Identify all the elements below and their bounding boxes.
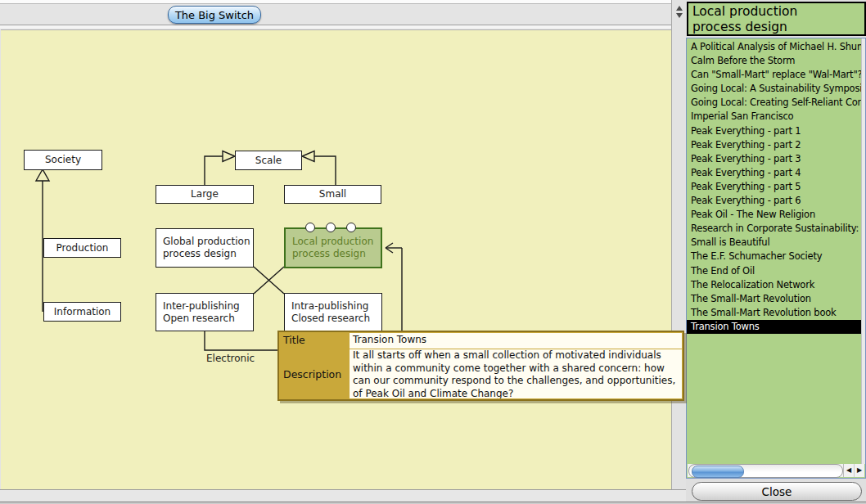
node-inter-publishing[interactable]: Inter-publishing Open research <box>156 293 254 331</box>
scroll-down-icon[interactable] <box>676 13 683 18</box>
list-item[interactable]: Research in Corporate Sustainability: <box>687 222 862 236</box>
node-production[interactable]: Production <box>43 238 121 258</box>
list-item[interactable]: Going Local: A Sustainability Symposiu <box>687 82 862 96</box>
node-label: Information <box>54 306 111 318</box>
sidebar-panel: Local production process design A Politi… <box>686 0 866 504</box>
list-item[interactable]: Peak Everything - part 5 <box>687 180 862 194</box>
toolbar-band <box>0 4 686 25</box>
tab-label: The Big Switch <box>175 9 254 21</box>
tooltip-title-value: Transion Towns <box>350 333 682 349</box>
node-large[interactable]: Large <box>156 185 254 204</box>
sidebar-header: Local production process design <box>687 2 866 36</box>
node-intra-publishing[interactable]: Intra-publishing Closed research <box>284 293 382 331</box>
node-label: Production <box>56 242 109 254</box>
list-item[interactable]: Can "Small-Mart" replace "Wal-Mart"? <box>687 68 862 82</box>
scroll-right-icon[interactable]: ▶ <box>854 464 864 477</box>
list-item[interactable]: A Political Analysis of Michael H. Shum <box>687 40 862 54</box>
close-button[interactable]: Close <box>692 482 862 501</box>
tab-the-big-switch[interactable]: The Big Switch <box>168 6 261 24</box>
node-label: Large <box>191 188 219 200</box>
node-society[interactable]: Society <box>24 150 102 170</box>
status-bar <box>0 489 686 502</box>
node-global-production[interactable]: Global production process design <box>156 228 254 268</box>
list-item[interactable]: The Small-Mart Revolution <box>687 292 862 306</box>
tooltip-description-label: Description <box>280 349 349 398</box>
list-item[interactable]: Peak Oil - The New Religion <box>687 208 862 222</box>
node-label: Small <box>319 188 346 200</box>
scrollbar-thumb[interactable] <box>692 466 744 478</box>
node-information[interactable]: Information <box>43 302 121 322</box>
scrollbar-arrows: ◀ ▶ <box>843 464 864 477</box>
tooltip-title-label: Title <box>280 333 349 349</box>
list-item[interactable]: Transion Towns <box>687 320 862 334</box>
list-item[interactable]: Peak Everything - part 6 <box>687 194 862 208</box>
list-item[interactable]: The Small-Mart Revolution book <box>687 306 862 320</box>
list-item[interactable]: Peak Everything - part 1 <box>687 124 862 138</box>
library-list-container: A Political Analysis of Michael H. ShumC… <box>686 38 866 479</box>
node-label: Local production process design <box>292 236 373 260</box>
list-item[interactable]: Small is Beautiful <box>687 236 862 250</box>
footer-bar: Close <box>686 479 866 504</box>
library-list[interactable]: A Political Analysis of Michael H. ShumC… <box>687 38 862 464</box>
connector-handle[interactable] <box>346 223 356 232</box>
node-local-production-selected[interactable]: Local production process design <box>284 227 382 268</box>
list-item[interactable]: Going Local: Creating Self-Reliant Cor <box>687 96 862 110</box>
node-label: Intra-publishing Closed research <box>291 300 370 325</box>
list-item[interactable]: The Relocalization Network <box>687 278 862 292</box>
node-label: Inter-publishing Open research <box>163 300 240 325</box>
list-item[interactable]: Peak Everything - part 2 <box>687 138 862 152</box>
scroll-up-icon[interactable] <box>676 6 683 11</box>
list-item[interactable]: Calm Before the Storm <box>687 54 862 68</box>
node-small[interactable]: Small <box>284 185 381 204</box>
toolbar-bottom-strip <box>0 25 686 29</box>
scroll-left-icon[interactable]: ◀ <box>844 464 854 477</box>
scrollbar-track[interactable] <box>688 464 843 478</box>
list-item[interactable]: Peak Everything - part 3 <box>687 152 862 166</box>
list-item[interactable]: Peak Everything - part 4 <box>687 166 862 180</box>
canvas-vertical-scrollbar[interactable] <box>671 0 687 504</box>
node-detail-tooltip: Title Transion Towns Description It all … <box>277 331 684 401</box>
connector-handle[interactable] <box>326 223 336 232</box>
node-label: Global production process design <box>163 236 250 260</box>
node-label: Society <box>45 154 81 166</box>
tooltip-description-value: It all starts off when a small collectio… <box>350 349 682 398</box>
list-horizontal-scrollbar[interactable]: ◀ ▶ <box>688 464 864 477</box>
node-scale[interactable]: Scale <box>235 151 302 170</box>
node-label: Scale <box>255 155 282 167</box>
connector-handle[interactable] <box>305 223 315 232</box>
list-item[interactable]: The End of Oil <box>687 264 862 278</box>
list-item[interactable]: Imperial San Francisco <box>687 110 862 124</box>
edge-label-electronic: Electronic <box>206 353 255 364</box>
list-item[interactable]: The E.F. Schumacher Society <box>687 250 862 263</box>
window-toolbar <box>0 0 686 29</box>
list-vertical-scrollbar[interactable] <box>861 38 865 464</box>
